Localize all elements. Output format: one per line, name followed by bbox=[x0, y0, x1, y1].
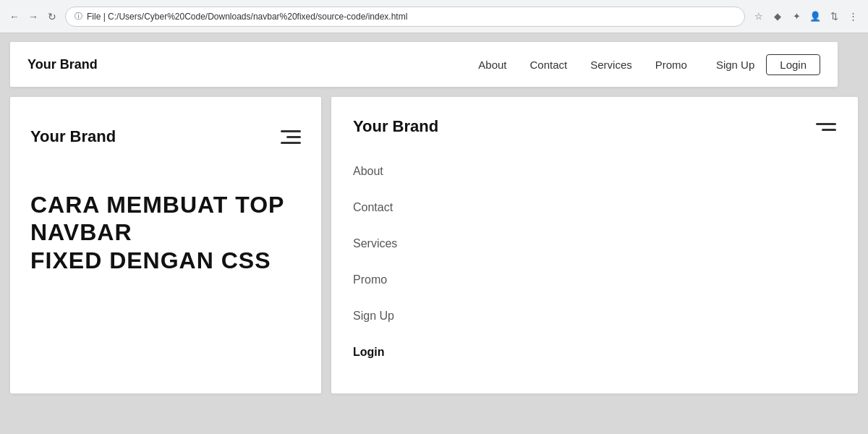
mobile-hamburger-line-2 bbox=[822, 129, 836, 131]
mobile-menu-services[interactable]: Services bbox=[353, 226, 836, 262]
login-button[interactable]: Login bbox=[766, 54, 820, 75]
left-panel: Your Brand CARA MEMBUAT TOP NAVBAR FIXED… bbox=[10, 97, 321, 393]
forward-button[interactable]: → bbox=[26, 9, 41, 24]
heading-line-2: FIXED DENGAN CSS bbox=[30, 247, 271, 273]
bookmark-icon[interactable]: ☆ bbox=[751, 9, 767, 25]
mobile-menu-brand: Your Brand bbox=[353, 117, 438, 136]
mobile-menu-about[interactable]: About bbox=[353, 153, 836, 190]
mobile-menu-signup[interactable]: Sign Up bbox=[353, 298, 836, 334]
nav-link-contact[interactable]: Contact bbox=[530, 59, 568, 71]
right-panel: Your Brand About Contact Services Promo … bbox=[331, 97, 858, 393]
browser-chrome: ← → ↻ ⓘ File | C:/Users/Cyber%20Code/Dow… bbox=[0, 0, 868, 33]
navbar-demo: Your Brand About Contact Services Promo … bbox=[10, 42, 838, 87]
left-text-block: CARA MEMBUAT TOP NAVBAR FIXED DENGAN CSS bbox=[10, 176, 321, 393]
account-icon[interactable]: 👤 bbox=[807, 9, 823, 25]
browser-actions: ☆ ◆ ✦ 👤 ⇅ ⋮ bbox=[751, 9, 861, 25]
hamburger-line-3 bbox=[281, 142, 301, 144]
mobile-menu-header: Your Brand bbox=[331, 97, 858, 153]
nav-link-promo[interactable]: Promo bbox=[655, 59, 687, 71]
pin-icon[interactable]: ✦ bbox=[788, 9, 804, 25]
nav-auth: Sign Up Login bbox=[716, 54, 820, 75]
mobile-menu-items: About Contact Services Promo Sign Up Log… bbox=[331, 153, 858, 370]
sign-up-button[interactable]: Sign Up bbox=[716, 59, 754, 71]
nav-link-services[interactable]: Services bbox=[590, 59, 632, 71]
left-heading: CARA MEMBUAT TOP NAVBAR FIXED DENGAN CSS bbox=[30, 191, 301, 274]
navbar-brand: Your Brand bbox=[27, 57, 98, 72]
lock-icon: ⓘ bbox=[75, 11, 82, 22]
mobile-menu-contact[interactable]: Contact bbox=[353, 190, 836, 226]
mobile-hamburger-icon[interactable] bbox=[816, 123, 836, 131]
mobile-menu-login[interactable]: Login bbox=[353, 334, 836, 370]
reload-button[interactable]: ↻ bbox=[45, 9, 59, 24]
nav-links: About Contact Services Promo bbox=[478, 59, 687, 71]
bottom-section: Your Brand CARA MEMBUAT TOP NAVBAR FIXED… bbox=[10, 97, 858, 393]
mobile-navbar-header: Your Brand bbox=[10, 97, 321, 176]
hamburger-line-2 bbox=[286, 136, 301, 138]
hamburger-icon[interactable] bbox=[281, 130, 301, 144]
nav-link-about[interactable]: About bbox=[478, 59, 506, 71]
browser-nav-buttons: ← → ↻ bbox=[7, 9, 59, 24]
main-area: Your Brand About Contact Services Promo … bbox=[0, 33, 868, 434]
mobile-brand: Your Brand bbox=[30, 127, 116, 146]
mobile-hamburger-line-1 bbox=[816, 123, 836, 125]
more-icon[interactable]: ⋮ bbox=[845, 9, 861, 25]
sync-icon[interactable]: ⇅ bbox=[826, 9, 842, 25]
extensions-icon[interactable]: ◆ bbox=[770, 9, 786, 25]
mobile-menu-promo[interactable]: Promo bbox=[353, 262, 836, 298]
url-text: File | C:/Users/Cyber%20Code/Downloads/n… bbox=[87, 12, 407, 22]
address-bar[interactable]: ⓘ File | C:/Users/Cyber%20Code/Downloads… bbox=[65, 7, 745, 27]
back-button[interactable]: ← bbox=[7, 9, 22, 24]
heading-line-1: CARA MEMBUAT TOP NAVBAR bbox=[30, 192, 284, 245]
hamburger-line-1 bbox=[281, 130, 301, 132]
